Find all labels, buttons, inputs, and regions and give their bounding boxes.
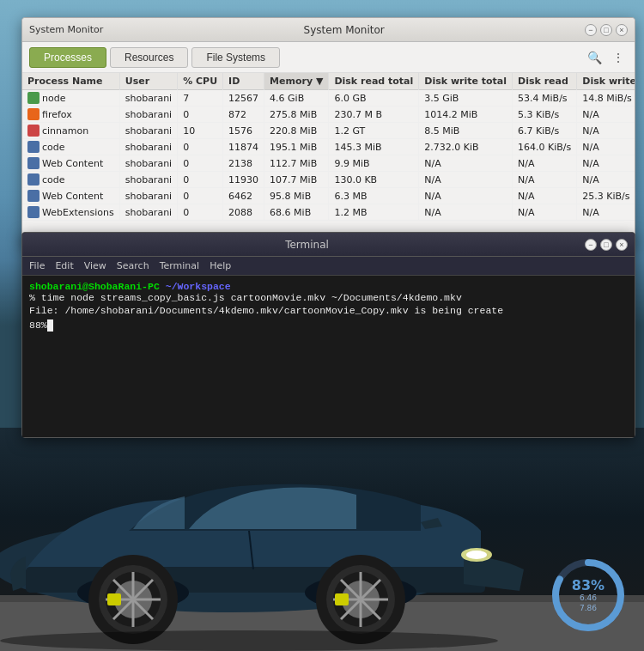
- proc-disk-read-total: 6.0 GB: [329, 90, 419, 106]
- proc-name: code: [42, 174, 65, 186]
- proc-disk-write-total: N/A: [419, 188, 513, 204]
- proc-cpu: 7: [178, 90, 223, 106]
- col-disk-write-total[interactable]: Disk write total: [419, 73, 513, 90]
- proc-user: shobarani: [119, 155, 177, 172]
- proc-disk-read-total: 230.7 M B: [329, 106, 419, 123]
- table-header-row: Process Name User % CPU ID Memory ▼ Disk…: [22, 73, 635, 90]
- maximize-button[interactable]: □: [600, 24, 612, 36]
- table-row[interactable]: WebExtensions shobarani0208868.6 MiB1.2 …: [22, 204, 635, 221]
- terminal-menu-search[interactable]: Search: [117, 260, 149, 271]
- table-row[interactable]: Web Content shobarani02138112.7 MiB9.9 M…: [22, 155, 635, 172]
- proc-cpu: 0: [178, 204, 223, 221]
- terminal-menu-help[interactable]: Help: [210, 260, 231, 271]
- proc-disk-read: N/A: [513, 172, 577, 188]
- system-monitor-title: System Monitor: [103, 24, 585, 36]
- table-row[interactable]: code shobarani011930107.7 MiB130.0 KBN/A…: [22, 172, 635, 188]
- proc-name: Web Content: [42, 158, 103, 169]
- proc-disk-write-total: N/A: [419, 172, 513, 188]
- proc-id: 11930: [223, 172, 264, 188]
- proc-cpu: 0: [178, 172, 223, 188]
- proc-memory: 107.7 MiB: [264, 172, 329, 188]
- tab-file-systems[interactable]: File Systems: [191, 47, 280, 68]
- menu-button[interactable]: ⋮: [609, 48, 628, 67]
- proc-disk-write-total: 1014.2 MiB: [419, 106, 513, 123]
- tab-resources[interactable]: Resources: [110, 47, 188, 68]
- proc-memory: 195.1 MiB: [264, 139, 329, 155]
- progress-sub-line2: 7.86: [572, 604, 605, 614]
- proc-id: 11874: [223, 139, 264, 155]
- tab-processes[interactable]: Processes: [29, 47, 106, 68]
- proc-disk-read: 53.4 MiB/s: [513, 90, 577, 106]
- col-user[interactable]: User: [119, 73, 177, 90]
- col-memory[interactable]: Memory ▼: [264, 73, 329, 90]
- proc-name-cell: cinnamon: [22, 123, 119, 139]
- proc-user: shobarani: [119, 204, 177, 221]
- terminal-output-line2: 88%: [29, 318, 628, 332]
- proc-disk-write: 25.3 KiB/s: [577, 188, 635, 204]
- car-image: [0, 428, 644, 651]
- proc-disk-write: N/A: [577, 139, 635, 155]
- terminal-titlebar: Terminal − □ ×: [22, 233, 635, 257]
- col-disk-read-total[interactable]: Disk read total: [329, 73, 419, 90]
- proc-id: 12567: [223, 90, 264, 106]
- proc-user: shobarani: [119, 123, 177, 139]
- proc-disk-write-total: N/A: [419, 155, 513, 172]
- process-table-container: Process Name User % CPU ID Memory ▼ Disk…: [22, 73, 635, 223]
- terminal-progress-text: 88%: [29, 319, 47, 331]
- terminal-window: Terminal − □ × File Edit View Search Ter…: [21, 232, 635, 438]
- svg-point-27: [0, 630, 498, 651]
- proc-memory: 112.7 MiB: [264, 155, 329, 172]
- terminal-menu-terminal[interactable]: Terminal: [160, 260, 200, 271]
- terminal-menubar: File Edit View Search Terminal Help: [22, 257, 635, 276]
- proc-disk-read-total: 6.3 MB: [329, 188, 419, 204]
- terminal-maximize-button[interactable]: □: [600, 239, 612, 251]
- search-button[interactable]: 🔍: [585, 48, 604, 67]
- proc-name: code: [42, 142, 65, 153]
- window-controls: − □ ×: [585, 24, 628, 36]
- terminal-body[interactable]: shobarani@ShobaRani-PC ~/Workspace % tim…: [22, 276, 635, 437]
- system-monitor-window: System Monitor System Monitor − □ × Proc…: [21, 17, 635, 245]
- terminal-command-line: % time node streams_copy_basic.js cartoo…: [29, 292, 628, 303]
- proc-user: shobarani: [119, 172, 177, 188]
- proc-disk-write: N/A: [577, 204, 635, 221]
- proc-name-cell: code: [22, 172, 119, 188]
- progress-percent: 83%: [572, 577, 605, 593]
- terminal-command: % time node streams_copy_basic.js cartoo…: [29, 292, 462, 303]
- proc-name: node: [42, 93, 65, 104]
- table-row[interactable]: firefox shobarani0872275.8 MiB230.7 M B1…: [22, 106, 635, 123]
- col-process-name[interactable]: Process Name: [22, 73, 119, 90]
- col-disk-write[interactable]: Disk write: [577, 73, 635, 90]
- proc-name-cell: firefox: [22, 106, 119, 123]
- terminal-menu-view[interactable]: View: [84, 260, 106, 271]
- proc-name-cell: Web Content: [22, 155, 119, 172]
- terminal-menu-file[interactable]: File: [29, 260, 45, 271]
- proc-disk-write-total: N/A: [419, 204, 513, 221]
- proc-name: Web Content: [42, 191, 103, 202]
- proc-memory: 4.6 GiB: [264, 90, 329, 106]
- proc-disk-read: 5.3 KiB/s: [513, 106, 577, 123]
- minimize-button[interactable]: −: [585, 24, 597, 36]
- proc-disk-read-total: 1.2 MB: [329, 204, 419, 221]
- car-background: [0, 428, 644, 651]
- close-button[interactable]: ×: [616, 24, 628, 36]
- table-row[interactable]: code shobarani011874195.1 MiB145.3 MiB2.…: [22, 139, 635, 155]
- table-row[interactable]: node shobarani7125674.6 GiB6.0 GB3.5 GiB…: [22, 90, 635, 106]
- table-row[interactable]: Web Content shobarani0646295.8 MiB6.3 MB…: [22, 188, 635, 204]
- proc-name-cell: code: [22, 139, 119, 155]
- col-id[interactable]: ID: [223, 73, 264, 90]
- terminal-close-button[interactable]: ×: [616, 239, 628, 251]
- terminal-cursor: [47, 319, 53, 332]
- proc-name: cinnamon: [42, 125, 88, 137]
- proc-user: shobarani: [119, 90, 177, 106]
- proc-memory: 95.8 MiB: [264, 188, 329, 204]
- table-row[interactable]: cinnamon shobarani101576220.8 MiB1.2 GT8…: [22, 123, 635, 139]
- col-cpu[interactable]: % CPU: [178, 73, 223, 90]
- system-monitor-app-label: System Monitor: [29, 24, 103, 35]
- terminal-menu-edit[interactable]: Edit: [55, 260, 73, 271]
- proc-disk-read-total: 1.2 GT: [329, 123, 419, 139]
- proc-disk-write-total: 2.732.0 KiB: [419, 139, 513, 155]
- terminal-minimize-button[interactable]: −: [585, 239, 597, 251]
- svg-rect-25: [335, 593, 349, 605]
- col-disk-read[interactable]: Disk read: [513, 73, 577, 90]
- proc-name-cell: Web Content: [22, 188, 119, 204]
